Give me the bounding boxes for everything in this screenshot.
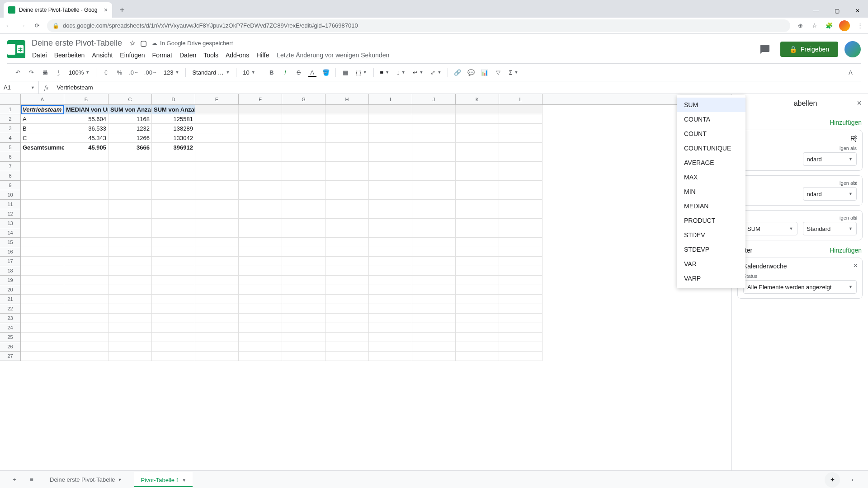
cell[interactable]	[21, 162, 64, 171]
cell[interactable]	[152, 181, 195, 190]
cell[interactable]	[282, 323, 326, 333]
column-header[interactable]: D	[152, 94, 195, 104]
cell[interactable]	[64, 266, 108, 276]
dropdown-item[interactable]: MEDIAN	[677, 199, 745, 213]
cell[interactable]	[21, 352, 64, 361]
summarize-select[interactable]: SUM▼	[743, 222, 797, 235]
cell[interactable]: 55.604	[64, 114, 108, 124]
cell[interactable]	[456, 247, 499, 257]
cell[interactable]	[499, 342, 542, 352]
show-as-select[interactable]: ndard▼	[803, 152, 857, 166]
cell[interactable]	[64, 333, 108, 342]
cell[interactable]	[195, 219, 239, 228]
cell[interactable]	[239, 162, 282, 171]
cell[interactable]	[412, 171, 456, 181]
spreadsheet-grid[interactable]: ABCDEFGHIJKL 1VertriebsteamMEDIAN von Un…	[0, 94, 731, 470]
cell[interactable]	[108, 200, 152, 209]
row-header[interactable]: 8	[0, 171, 21, 181]
cell[interactable]	[456, 152, 499, 162]
cell[interactable]	[499, 276, 542, 285]
cell[interactable]	[326, 209, 369, 219]
cell[interactable]	[326, 190, 369, 200]
last-edit-link[interactable]: Letzte Änderung vor wenigen Sekunden	[273, 50, 393, 61]
cell[interactable]	[326, 323, 369, 333]
comments-button[interactable]	[756, 40, 774, 58]
cell[interactable]	[326, 133, 369, 143]
cell[interactable]	[64, 200, 108, 209]
sheet-tab-active[interactable]: Pivot-Tabelle 1▼	[134, 472, 192, 487]
row-header[interactable]: 11	[0, 200, 21, 209]
cell[interactable]	[282, 276, 326, 285]
cell[interactable]	[108, 228, 152, 238]
cell[interactable]	[239, 295, 282, 304]
cell[interactable]	[282, 219, 326, 228]
cell[interactable]	[21, 228, 64, 238]
cell[interactable]	[499, 200, 542, 209]
cell[interactable]	[21, 314, 64, 323]
back-button[interactable]: ←	[4, 21, 13, 30]
column-header[interactable]: K	[456, 94, 499, 104]
cell[interactable]	[282, 124, 326, 133]
cell[interactable]	[108, 190, 152, 200]
cell[interactable]	[412, 162, 456, 171]
cell[interactable]	[456, 352, 499, 361]
cell[interactable]: C	[21, 133, 64, 143]
dropdown-item[interactable]: COUNT	[677, 127, 745, 141]
cell[interactable]	[282, 190, 326, 200]
cell[interactable]: 3666	[108, 143, 152, 152]
cell[interactable]	[369, 105, 412, 114]
cell[interactable]	[282, 209, 326, 219]
functions-button[interactable]: Σ▼	[506, 66, 521, 78]
cell[interactable]	[326, 200, 369, 209]
dropdown-item[interactable]: VARP	[677, 271, 745, 286]
name-box[interactable]: A1▼	[0, 81, 39, 94]
bold-button[interactable]: B	[266, 66, 278, 78]
cell[interactable]	[239, 200, 282, 209]
cell[interactable]	[64, 247, 108, 257]
cell[interactable]	[456, 162, 499, 171]
cell[interactable]	[195, 323, 239, 333]
dropdown-item[interactable]: VAR	[677, 257, 745, 271]
cell[interactable]	[369, 219, 412, 228]
cell[interactable]	[282, 114, 326, 124]
menu-ansicht[interactable]: Ansicht	[89, 50, 116, 61]
cell[interactable]	[456, 171, 499, 181]
row-header[interactable]: 25	[0, 333, 21, 342]
cell[interactable]	[369, 304, 412, 314]
cell[interactable]	[152, 276, 195, 285]
minimize-button[interactable]: —	[806, 4, 826, 18]
cell[interactable]	[282, 257, 326, 266]
cell[interactable]	[456, 181, 499, 190]
cell[interactable]	[499, 257, 542, 266]
chart-button[interactable]: 📊	[479, 66, 491, 78]
cell[interactable]	[64, 314, 108, 323]
remove-value-button[interactable]: ×	[854, 134, 858, 142]
cell[interactable]	[108, 342, 152, 352]
move-icon[interactable]: ▢	[140, 39, 147, 47]
row-header[interactable]: 15	[0, 238, 21, 247]
cell[interactable]	[282, 181, 326, 190]
cell[interactable]	[239, 238, 282, 247]
cell[interactable]	[456, 133, 499, 143]
cell[interactable]	[282, 238, 326, 247]
cell[interactable]	[152, 352, 195, 361]
cell[interactable]	[456, 323, 499, 333]
cell[interactable]	[195, 181, 239, 190]
show-as-select[interactable]: Standard▼	[803, 222, 857, 235]
cell[interactable]	[326, 114, 369, 124]
cell[interactable]	[499, 162, 542, 171]
cell[interactable]	[369, 342, 412, 352]
document-title[interactable]: Deine erste Pivot-Tabelle	[29, 38, 125, 49]
row-header[interactable]: 9	[0, 181, 21, 190]
cell[interactable]	[64, 152, 108, 162]
bookmark-icon[interactable]: ☆	[810, 21, 819, 30]
new-tab-button[interactable]: +	[116, 4, 128, 16]
cell[interactable]	[239, 181, 282, 190]
cell[interactable]	[412, 209, 456, 219]
cell[interactable]	[412, 105, 456, 114]
cell[interactable]	[326, 238, 369, 247]
cell[interactable]	[369, 323, 412, 333]
cell[interactable]	[239, 114, 282, 124]
menu-addons[interactable]: Add-ons	[222, 50, 252, 61]
cell[interactable]	[152, 295, 195, 304]
